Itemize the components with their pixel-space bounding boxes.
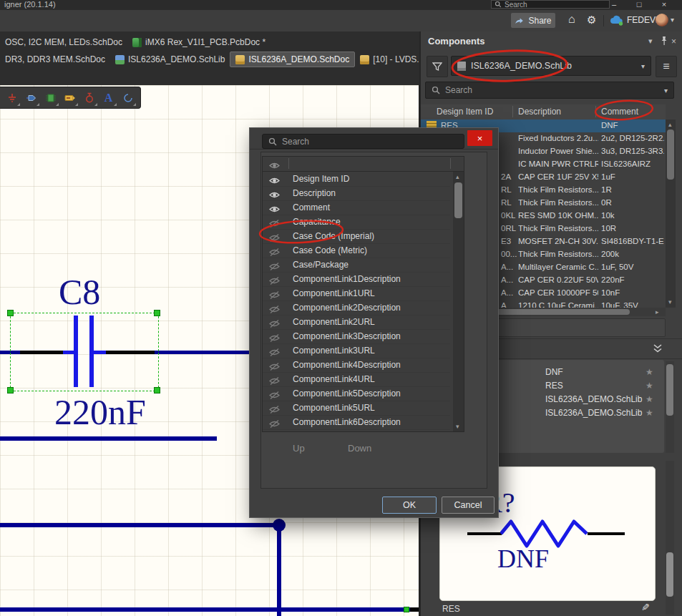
tab-dr3-ddr3-mem-schdoc[interactable]: DR3, DDR3 MEM.SchDoc	[0, 52, 110, 67]
global-search-input[interactable]: Search	[491, 0, 610, 9]
cell-comment: 2u2, DR125-2R2...	[601, 134, 664, 142]
place-power-port-icon[interactable]	[79, 89, 99, 107]
column-header-comment[interactable]: Comment	[601, 107, 638, 117]
selection-handle[interactable]	[154, 310, 160, 316]
edit-pencil-icon[interactable]: ✎	[641, 602, 650, 613]
close-window-button[interactable]: ×	[655, 0, 673, 9]
column-visibility-row[interactable]: ComponentLink1URL	[263, 286, 450, 301]
selection-handle[interactable]	[154, 387, 160, 393]
column-visibility-row[interactable]: Case Code (Imperial)	[263, 229, 450, 244]
funnel-icon	[432, 62, 442, 72]
column-header-description[interactable]: Description	[518, 107, 561, 117]
selection-handle[interactable]	[7, 310, 14, 316]
avatar-caret-icon[interactable]: ▾	[671, 16, 674, 24]
cancel-button[interactable]: Cancel	[442, 497, 495, 514]
dialog-search-input[interactable]: Search	[262, 134, 464, 149]
dialog-search-placeholder: Search	[282, 137, 309, 147]
schlib-file-icon	[115, 55, 125, 64]
filter-button[interactable]	[427, 56, 448, 77]
column-header-design-item-id[interactable]: Design Item ID	[437, 107, 493, 117]
column-visibility-row[interactable]: ComponentLink4Description	[263, 358, 450, 373]
library-caret-icon: ▾	[641, 62, 645, 70]
place-net-label-icon[interactable]	[60, 89, 79, 107]
column-name-label: ComponentLink3URL	[293, 346, 375, 356]
column-visibility-row[interactable]: ComponentLink1Description	[263, 272, 450, 287]
gear-icon[interactable]: ⚙	[587, 14, 596, 26]
component-value[interactable]: 220nF	[54, 394, 146, 430]
cell-design-item-id: RL	[501, 185, 512, 194]
selection-handle[interactable]	[7, 387, 14, 393]
column-visibility-row[interactable]: Case Code (Metric)	[263, 243, 450, 258]
avatar[interactable]	[656, 14, 668, 26]
tab-osc-i2c-mem-leds-schdoc[interactable]: OSC, I2C MEM, LEDs.SchDoc	[0, 35, 127, 49]
wire-segment[interactable]	[0, 436, 217, 441]
selection-box	[10, 313, 159, 391]
column-visibility-row[interactable]: Comment	[263, 200, 450, 215]
tab-imx6-rex-v1i1-pcb-pcbdoc-[interactable]: iMX6 Rex_V1I1_PCB.PcbDoc *	[127, 35, 271, 49]
column-visibility-row[interactable]: ComponentLink4URL	[263, 372, 450, 387]
columns-list-header	[263, 157, 464, 172]
restore-button[interactable]: □	[630, 0, 648, 9]
panel-dropdown-icon[interactable]: ▾	[648, 36, 653, 46]
tab-isl6236a-demo-schdoc[interactable]: ISL6236A_DEMO.SchDoc	[230, 52, 355, 67]
tab-isl6236a-demo-schlib[interactable]: ISL6236A_DEMO.SchLib	[110, 52, 230, 67]
pin-panel-icon[interactable]	[660, 36, 668, 46]
column-name-label: ComponentLink3Description	[293, 331, 401, 341]
ok-button[interactable]: OK	[382, 497, 437, 514]
search-caret-icon: ▾	[664, 87, 668, 94]
column-visibility-row[interactable]	[263, 429, 450, 432]
wire-segment[interactable]	[0, 523, 281, 527]
scroll-up-icon[interactable]: ▴	[668, 122, 672, 128]
altium-designer-window: igner (20.1.14) Search – □ × Share ⌂ ⚙ F…	[0, 0, 682, 616]
wire-segment-vertical[interactable]	[277, 524, 281, 616]
table-vertical-scrollbar[interactable]: ▴ ▾	[666, 119, 676, 308]
components-search-input[interactable]: Search ▾	[425, 82, 674, 99]
wire-segment[interactable]	[155, 351, 249, 354]
home-icon[interactable]: ⌂	[568, 13, 575, 26]
component-designator[interactable]: C8	[59, 274, 100, 310]
share-button[interactable]: Share	[511, 13, 555, 28]
place-arc-icon[interactable]	[118, 89, 137, 107]
column-visibility-row[interactable]: ComponentLink6Description	[263, 415, 450, 430]
double-chevron-down-icon[interactable]	[653, 344, 663, 353]
column-visibility-row[interactable]: ComponentLink5URL	[263, 401, 450, 416]
scroll-down-icon[interactable]: ▾	[668, 299, 672, 305]
column-visibility-row[interactable]: Capacitance	[263, 215, 450, 230]
place-part-icon[interactable]	[41, 89, 60, 107]
column-visibility-row[interactable]: ComponentLink2Description	[263, 300, 450, 316]
close-panel-icon[interactable]: ×	[671, 36, 676, 47]
column-visibility-row[interactable]: ComponentLink3Description	[263, 329, 450, 344]
dialog-list-scrollbar[interactable]: ▴ ▾	[453, 172, 464, 432]
cell-comment: 1uF	[601, 172, 664, 181]
cloud-account-icon[interactable]	[610, 15, 624, 26]
star-icon[interactable]: ★	[646, 381, 653, 391]
column-visibility-row[interactable]: Design Item ID	[263, 172, 450, 187]
star-icon[interactable]: ★	[646, 367, 653, 377]
tab-row-1: OSC, I2C MEM, LEDs.SchDociMX6 Rex_V1I1_P…	[0, 34, 419, 51]
library-selector[interactable]: ISL6236A_DEMO.SchLib ▾	[451, 56, 651, 76]
place-port-icon[interactable]	[21, 89, 41, 107]
star-icon[interactable]: ★	[646, 408, 653, 418]
scroll-right-icon[interactable]: ▸	[656, 309, 659, 316]
share-arrow-icon	[515, 16, 525, 25]
column-visibility-row[interactable]: Case/Package	[263, 258, 450, 273]
star-icon[interactable]: ★	[646, 394, 653, 404]
column-visibility-row[interactable]: Description	[263, 186, 450, 201]
library-selector-value: ISL6236A_DEMO.SchLib	[471, 61, 572, 71]
panel-menu-button[interactable]: ≡	[656, 56, 677, 77]
place-gnd-port-icon[interactable]	[2, 89, 21, 107]
column-visibility-row[interactable]: ComponentLink5Description	[263, 386, 450, 401]
column-visibility-row[interactable]: ComponentLink2URL	[263, 315, 450, 330]
move-up-button[interactable]: Up	[293, 443, 305, 454]
minimize-button[interactable]: –	[605, 0, 623, 9]
panel-scrollbar[interactable]	[666, 461, 674, 615]
favorites-scrollbar[interactable]	[666, 361, 674, 453]
move-down-button[interactable]: Down	[348, 443, 371, 454]
scroll-down-icon[interactable]: ▾	[456, 424, 459, 430]
column-visibility-row[interactable]: ComponentLink3URL	[263, 343, 450, 358]
cell-comment: SI4816BDY-T1-E3	[601, 237, 664, 245]
place-text-icon[interactable]: A	[99, 89, 118, 107]
wire-segment[interactable]	[0, 607, 410, 612]
dialog-close-button[interactable]: ×	[467, 130, 492, 146]
scroll-up-icon[interactable]: ▴	[456, 174, 459, 180]
